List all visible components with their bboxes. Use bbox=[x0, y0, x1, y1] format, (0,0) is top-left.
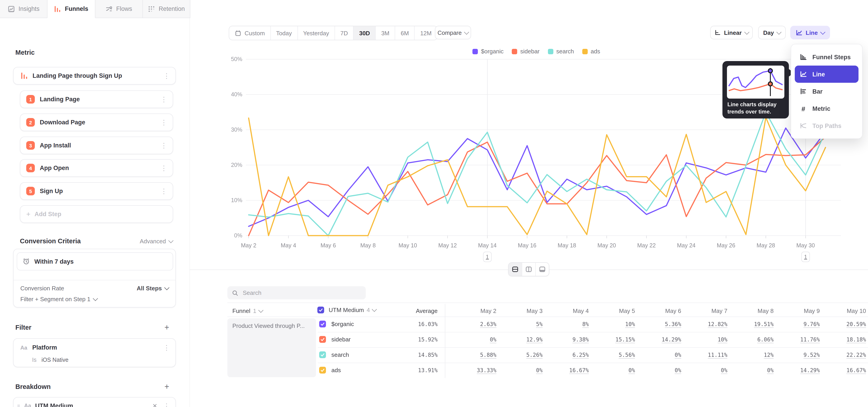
range-yesterday[interactable]: Yesterday bbox=[298, 26, 335, 40]
cell-value[interactable]: 10% bbox=[593, 321, 635, 327]
cell-value[interactable]: 16.67% bbox=[547, 367, 589, 374]
series-checkbox[interactable] bbox=[319, 351, 326, 358]
drag-handle-icon[interactable]: ≡ bbox=[17, 403, 20, 407]
kebab-menu-icon[interactable]: ⋮ bbox=[160, 119, 167, 126]
cell-value[interactable]: 5.36% bbox=[640, 321, 681, 327]
advanced-toggle[interactable]: Advanced bbox=[140, 238, 173, 245]
funnel-step-5[interactable]: 5Sign Up⋮ bbox=[20, 182, 173, 200]
cell-value[interactable]: 11.76% bbox=[778, 337, 820, 343]
tab-label: Insights bbox=[19, 5, 39, 12]
cell-value[interactable]: 5.26% bbox=[501, 352, 542, 358]
tab-retention[interactable]: Retention bbox=[143, 0, 191, 18]
layout-bottom-panel-button[interactable] bbox=[536, 263, 549, 276]
range-7d[interactable]: 7D bbox=[335, 26, 354, 40]
add-step-button[interactable]: +Add Step bbox=[20, 205, 173, 223]
funnel-column-header[interactable]: Funnel1 bbox=[232, 308, 263, 314]
breakdown-card[interactable]: ≡ Aa UTM Medium ✕ ⋮ bbox=[13, 397, 176, 407]
filter-value[interactable]: iOS Native bbox=[41, 357, 68, 363]
filter-segment-selector[interactable]: Filter + Segment on Step 1 bbox=[20, 296, 97, 303]
cell-value[interactable]: 12.82% bbox=[686, 321, 727, 327]
table-row-label-ads[interactable]: ads bbox=[319, 367, 341, 374]
cell-value[interactable]: 16.67% bbox=[825, 367, 866, 374]
funnel-step-1[interactable]: 1Landing Page⋮ bbox=[20, 90, 173, 108]
cell-value[interactable]: 9.38% bbox=[547, 337, 589, 343]
kebab-menu-icon[interactable]: ⋮ bbox=[160, 142, 167, 149]
metric-card[interactable]: Landing Page through Sign Up ⋮ bbox=[13, 67, 176, 85]
scale-selector[interactable]: Linear bbox=[710, 26, 753, 39]
cell-value[interactable]: 0% bbox=[640, 367, 681, 374]
cell-value[interactable]: 5% bbox=[501, 321, 542, 327]
menu-item-bar[interactable]: Bar bbox=[795, 83, 859, 100]
cell-value[interactable]: 6.06% bbox=[732, 337, 774, 343]
range-today[interactable]: Today bbox=[271, 26, 298, 40]
compare-button[interactable]: Compare bbox=[435, 26, 471, 39]
cell-value[interactable]: 9.52% bbox=[778, 352, 820, 358]
layout-split-rows-button[interactable] bbox=[508, 263, 522, 276]
cell-value[interactable]: 8% bbox=[547, 321, 589, 327]
kebab-menu-icon[interactable]: ⋮ bbox=[160, 165, 167, 171]
chart-type-selector[interactable]: Line bbox=[790, 26, 830, 39]
cell-value[interactable]: 15.15% bbox=[593, 337, 635, 343]
menu-item-line[interactable]: Line bbox=[795, 66, 859, 83]
funnel-name-cell[interactable]: Product Viewed through P... bbox=[227, 318, 316, 377]
cell-value[interactable]: 6.25% bbox=[547, 352, 589, 358]
search-input[interactable] bbox=[242, 289, 361, 296]
menu-item-metric[interactable]: #Metric bbox=[795, 100, 859, 117]
kebab-menu-icon[interactable]: ⋮ bbox=[160, 96, 167, 103]
kebab-menu-icon[interactable]: ⋮ bbox=[163, 402, 170, 407]
add-filter-button[interactable]: + bbox=[162, 323, 171, 332]
cell-value[interactable]: 0% bbox=[501, 367, 542, 374]
cell-value[interactable]: 0% bbox=[686, 367, 727, 374]
tab-flows[interactable]: Flows bbox=[95, 0, 143, 18]
cell-value[interactable]: 0% bbox=[455, 337, 496, 343]
table-search[interactable] bbox=[227, 286, 366, 300]
tab-funnels[interactable]: Funnels bbox=[48, 0, 95, 18]
select-all-checkbox[interactable] bbox=[317, 307, 324, 313]
remove-breakdown-icon[interactable]: ✕ bbox=[152, 402, 157, 407]
cell-value[interactable]: 18.18% bbox=[825, 337, 866, 343]
series-checkbox[interactable] bbox=[319, 367, 326, 374]
kebab-menu-icon[interactable]: ⋮ bbox=[163, 344, 170, 351]
range-custom[interactable]: Custom bbox=[229, 26, 271, 40]
cell-value[interactable]: 5.88% bbox=[455, 352, 496, 358]
table-row-label-sidebar[interactable]: sidebar bbox=[319, 336, 350, 343]
cell-value[interactable]: 0% bbox=[640, 352, 681, 358]
cell-value[interactable]: 20.59% bbox=[825, 321, 866, 327]
cell-value[interactable]: 12.9% bbox=[501, 337, 542, 343]
cell-value[interactable]: 12% bbox=[732, 352, 774, 358]
cell-value[interactable]: 11.11% bbox=[686, 352, 727, 358]
cell-value[interactable]: 9.76% bbox=[778, 321, 820, 327]
series-checkbox[interactable] bbox=[319, 321, 326, 327]
cell-value[interactable]: 0% bbox=[732, 367, 774, 374]
tab-insights[interactable]: Insights bbox=[0, 0, 48, 18]
kebab-menu-icon[interactable]: ⋮ bbox=[160, 188, 167, 194]
add-breakdown-button[interactable]: + bbox=[162, 382, 171, 391]
cell-value[interactable]: 22.22% bbox=[825, 352, 866, 358]
menu-item-funnel-steps[interactable]: Funnel Steps bbox=[795, 49, 859, 66]
range-6m[interactable]: 6M bbox=[395, 26, 415, 40]
cell-value[interactable]: 2.63% bbox=[455, 321, 496, 327]
funnel-step-4[interactable]: 4App Open⋮ bbox=[20, 159, 173, 177]
breakdown-column-header[interactable]: UTM Medium4 bbox=[317, 307, 376, 313]
layout-split-columns-button[interactable] bbox=[522, 263, 536, 276]
range-30d[interactable]: 30D bbox=[354, 26, 376, 40]
table-row-label-organic[interactable]: $organic bbox=[319, 321, 354, 327]
interval-selector[interactable]: Day bbox=[758, 26, 786, 39]
funnel-step-2[interactable]: 2Download Page⋮ bbox=[20, 114, 173, 131]
cell-value[interactable]: 10% bbox=[686, 337, 727, 343]
range-12m[interactable]: 12M bbox=[415, 26, 437, 40]
series-checkbox[interactable] bbox=[319, 336, 326, 343]
cell-value[interactable]: 33.33% bbox=[455, 367, 496, 374]
filter-card[interactable]: Aa Platform ⋮ Is iOS Native bbox=[13, 338, 176, 367]
cell-value[interactable]: 0% bbox=[593, 367, 635, 374]
kebab-menu-icon[interactable]: ⋮ bbox=[163, 72, 170, 79]
cell-value[interactable]: 14.29% bbox=[778, 367, 820, 374]
cell-value[interactable]: 19.51% bbox=[732, 321, 774, 327]
conversion-rate-selector[interactable]: All Steps bbox=[137, 285, 168, 292]
conversion-window[interactable]: Within 7 days bbox=[17, 252, 173, 271]
range-3m[interactable]: 3M bbox=[376, 26, 395, 40]
cell-value[interactable]: 5.56% bbox=[593, 352, 635, 358]
funnel-step-3[interactable]: 3App Install⋮ bbox=[20, 136, 173, 154]
cell-value[interactable]: 14.29% bbox=[640, 337, 681, 343]
table-row-label-search[interactable]: search bbox=[319, 351, 349, 358]
